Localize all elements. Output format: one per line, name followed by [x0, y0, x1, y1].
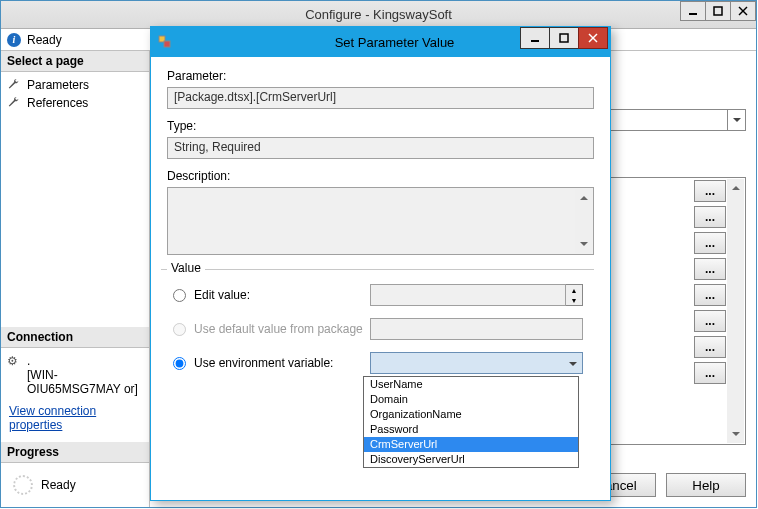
modal-minimize-button[interactable]: [520, 27, 550, 49]
status-text: Ready: [27, 33, 62, 47]
use-default-label: Use default value from package: [194, 322, 370, 336]
sidebar-item-label: Parameters: [27, 78, 89, 92]
main-minimize-button[interactable]: [680, 1, 706, 21]
sidebar-item-parameters[interactable]: Parameters: [5, 76, 145, 94]
svg-rect-1: [714, 7, 722, 15]
env-var-combo[interactable]: [370, 352, 583, 374]
main-maximize-button[interactable]: [705, 1, 731, 21]
env-option[interactable]: Password: [364, 422, 578, 437]
main-titlebar: Configure - KingswaySoft: [1, 1, 756, 29]
ellipsis-button[interactable]: ...: [694, 180, 726, 202]
connection-header: Connection: [1, 327, 149, 348]
select-page-header: Select a page: [1, 51, 149, 72]
svg-rect-7: [560, 34, 568, 42]
env-option[interactable]: Domain: [364, 392, 578, 407]
use-default-row: Use default value from package: [167, 316, 594, 342]
chevron-down-icon: [564, 356, 582, 370]
modal-app-icon: [157, 34, 173, 50]
wrench-icon: [7, 78, 21, 92]
progress-header: Progress: [1, 442, 149, 463]
default-value-display: [370, 318, 583, 340]
spin-up-icon[interactable]: ▲: [566, 285, 582, 295]
ellipsis-button[interactable]: ...: [694, 336, 726, 358]
ellipsis-button[interactable]: ...: [694, 362, 726, 384]
modal-maximize-button[interactable]: [549, 27, 579, 49]
connection-detail: [WIN-OIU65MSG7MAY or]: [27, 368, 143, 396]
edit-value-row: Edit value: ▲ ▼: [167, 282, 594, 308]
description-label: Description:: [167, 169, 594, 183]
description-textarea: [167, 187, 594, 255]
ellipsis-button[interactable]: ...: [694, 206, 726, 228]
type-label: Type:: [167, 119, 594, 133]
use-default-radio: [173, 323, 186, 336]
use-env-var-label[interactable]: Use environment variable:: [194, 356, 370, 370]
chevron-down-icon[interactable]: [727, 110, 745, 130]
spin-down-icon[interactable]: ▼: [566, 295, 582, 305]
sidebar: Select a page Parameters References Conn…: [1, 51, 150, 507]
edit-value-radio[interactable]: [173, 289, 186, 302]
scroll-down-icon[interactable]: [727, 426, 744, 443]
view-connection-properties-link[interactable]: View connection properties: [5, 398, 145, 438]
value-legend: Value: [167, 261, 205, 275]
scroll-up-icon[interactable]: [727, 179, 744, 196]
ellipsis-button[interactable]: ...: [694, 310, 726, 332]
env-var-dropdown-list[interactable]: UserNameDomainOrganizationNamePasswordCr…: [363, 376, 579, 468]
parameter-value-field: [Package.dtsx].[CrmServerUrl]: [167, 87, 594, 109]
ellipsis-button[interactable]: ...: [694, 284, 726, 306]
use-env-var-row: Use environment variable:: [167, 350, 594, 376]
connection-host: .: [27, 354, 143, 368]
svg-rect-5: [164, 41, 170, 47]
modal-titlebar[interactable]: Set Parameter Value: [151, 27, 610, 57]
server-icon: ⚙: [7, 354, 21, 368]
type-value-field: String, Required: [167, 137, 594, 159]
wrench-icon: [7, 96, 21, 110]
set-parameter-value-dialog: Set Parameter Value Parameter: [Package.…: [150, 26, 611, 501]
ellipsis-button[interactable]: ...: [694, 258, 726, 280]
use-env-var-radio[interactable]: [173, 357, 186, 370]
main-title: Configure - KingswaySoft: [1, 7, 756, 22]
help-button[interactable]: Help: [666, 473, 746, 497]
progress-spinner-icon: [13, 475, 33, 495]
modal-close-button[interactable]: [578, 27, 608, 49]
env-option[interactable]: CrmServerUrl: [364, 437, 578, 452]
scroll-up-icon[interactable]: [575, 189, 592, 206]
scrollbar[interactable]: [575, 189, 592, 253]
parameter-label: Parameter:: [167, 69, 594, 83]
sidebar-item-label: References: [27, 96, 88, 110]
edit-value-label[interactable]: Edit value:: [194, 288, 370, 302]
env-option[interactable]: DiscoveryServerUrl: [364, 452, 578, 467]
scroll-down-icon[interactable]: [575, 236, 592, 253]
info-icon: i: [7, 33, 21, 47]
env-option[interactable]: UserName: [364, 377, 578, 392]
main-close-button[interactable]: [730, 1, 756, 21]
connection-item[interactable]: ⚙ . [WIN-OIU65MSG7MAY or]: [5, 352, 145, 398]
scrollbar[interactable]: [727, 179, 744, 443]
edit-value-spinner[interactable]: ▲ ▼: [566, 284, 583, 306]
progress-label: Ready: [41, 478, 76, 492]
env-option[interactable]: OrganizationName: [364, 407, 578, 422]
edit-value-input[interactable]: [370, 284, 566, 306]
sidebar-item-references[interactable]: References: [5, 94, 145, 112]
ellipsis-button[interactable]: ...: [694, 232, 726, 254]
